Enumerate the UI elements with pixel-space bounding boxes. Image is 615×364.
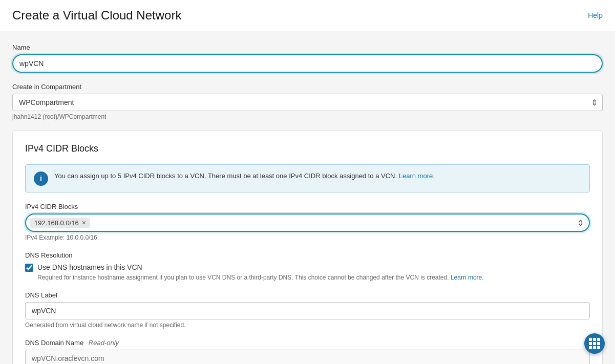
compartment-select[interactable]: WPCompartment xyxy=(12,94,603,111)
support-widget-grid xyxy=(589,338,600,349)
name-input[interactable] xyxy=(12,54,603,73)
ipv4-section-card: IPv4 CIDR Blocks i You can assign up to … xyxy=(12,131,603,364)
dns-resolution-group: DNS Resolution Use DNS hostnames in this… xyxy=(25,251,590,281)
dns-label-input[interactable] xyxy=(25,302,590,319)
dns-label-group: DNS Label Generated from virtual cloud n… xyxy=(25,291,590,329)
cidr-placeholder-hint: IPv4 Example: 10.0.0.0/16 xyxy=(25,234,590,241)
dns-learn-more-link[interactable]: Learn more. xyxy=(451,274,484,281)
help-link[interactable]: Help xyxy=(588,11,603,19)
dns-domain-readonly-label: Read-only xyxy=(89,339,119,347)
name-field-group: Name xyxy=(12,44,603,73)
compartment-select-wrapper: WPCompartment ⇕ xyxy=(12,94,603,111)
info-icon: i xyxy=(34,172,48,186)
ipv4-info-box: i You can assign up to 5 IPv4 CIDR block… xyxy=(25,164,590,192)
dns-hint-text: Required for instance hostname assignmen… xyxy=(37,274,449,281)
dns-checkbox-group: Use DNS hostnames in this VCN xyxy=(25,263,590,272)
dns-domain-input xyxy=(25,350,590,364)
main-content: Name Create in Compartment WPCompartment… xyxy=(0,31,615,364)
dns-label-hint: Generated from virtual cloud network nam… xyxy=(25,322,590,329)
ipv4-info-message: You can assign up to 5 IPv4 CIDR blocks … xyxy=(54,172,397,180)
cidr-chevron-icon: ⇕ xyxy=(577,218,584,228)
compartment-hint: jhahn1412 (root)/WPCompartment xyxy=(12,113,603,120)
cidr-field-group: IPv4 CIDR Blocks 192.168.0.0/16 × ⇕ IPv4… xyxy=(25,203,590,241)
ipv4-info-text: You can assign up to 5 IPv4 CIDR blocks … xyxy=(54,171,435,181)
dns-checkbox-hint: Required for instance hostname assignmen… xyxy=(37,274,590,281)
cidr-label: IPv4 CIDR Blocks xyxy=(25,203,590,210)
compartment-label: Create in Compartment xyxy=(12,83,603,91)
dns-hostname-checkbox[interactable] xyxy=(25,264,33,272)
name-label: Name xyxy=(12,44,603,51)
cidr-tag-value: 192.168.0.0/16 xyxy=(34,219,79,227)
support-widget[interactable] xyxy=(584,333,605,354)
dns-resolution-label: DNS Resolution xyxy=(25,251,590,259)
compartment-field-group: Create in Compartment WPCompartment ⇕ jh… xyxy=(12,83,603,120)
ipv4-learn-more-link[interactable]: Learn more. xyxy=(399,172,435,180)
page-title: Create a Virtual Cloud Network xyxy=(12,8,181,23)
dns-checkbox-label[interactable]: Use DNS hostnames in this VCN xyxy=(37,263,142,271)
dns-label-label: DNS Label xyxy=(25,291,590,299)
ipv4-section-title: IPv4 CIDR Blocks xyxy=(25,143,590,154)
cidr-tag-remove-button[interactable]: × xyxy=(82,219,86,226)
page-header: Create a Virtual Cloud Network Help xyxy=(0,0,615,31)
cidr-tag-container[interactable]: 192.168.0.0/16 × ⇕ xyxy=(25,213,590,232)
dns-domain-label: DNS Domain Name Read-only xyxy=(25,339,590,347)
dns-domain-group: DNS Domain Name Read-only Generated from… xyxy=(25,339,590,364)
cidr-tag: 192.168.0.0/16 × xyxy=(30,218,90,228)
